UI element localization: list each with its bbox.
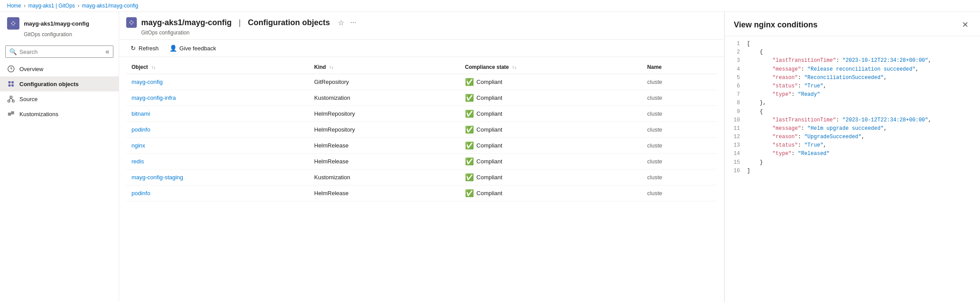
line-number: 13 xyxy=(725,141,747,150)
refresh-label: Refresh xyxy=(139,45,159,52)
line-number: 14 xyxy=(725,150,747,158)
sidebar-item-kustomizations[interactable]: Kustomizations xyxy=(0,106,119,121)
code-line: 3 "lastTransitionTime": "2023-10-12T22:3… xyxy=(725,57,980,65)
sort-icon-kind: ↑↓ xyxy=(329,65,334,70)
sidebar-item-overview[interactable]: Overview xyxy=(0,61,119,76)
page-subtitle: GitOps configuration xyxy=(126,30,717,36)
svg-point-9 xyxy=(10,96,12,98)
namespace-cell: cluste xyxy=(642,154,717,170)
column-kind[interactable]: Kind ↑↓ xyxy=(309,60,460,74)
column-compliance[interactable]: Compliance state ↑↓ xyxy=(460,60,642,74)
compliance-cell: ✅ Compliant xyxy=(460,185,642,201)
breadcrumb: Home › mayg-aks1 | GitOps › mayg-aks1/ma… xyxy=(0,0,980,12)
breadcrumb-home[interactable]: Home xyxy=(7,3,21,9)
namespace-cell: cluste xyxy=(642,170,717,185)
favorite-icon[interactable]: ☆ xyxy=(338,19,344,27)
refresh-icon: ↻ xyxy=(131,45,136,52)
source-icon xyxy=(7,95,15,103)
sidebar-item-configuration-objects[interactable]: Configuration objects xyxy=(0,76,119,91)
object-link-0[interactable]: mayg-config xyxy=(131,79,163,85)
column-object[interactable]: Object ↑↓ xyxy=(126,60,309,74)
namespace-cell: cluste xyxy=(642,185,717,201)
compliance-cell: ✅ Compliant xyxy=(460,154,642,170)
kind-cell: GitRepository xyxy=(309,74,460,90)
code-line: 11 "message": "Helm upgrade succeeded", xyxy=(725,125,980,133)
svg-rect-8 xyxy=(11,84,14,87)
gitops-icon xyxy=(7,17,19,30)
namespace-cell: cluste xyxy=(642,122,717,138)
check-icon: ✅ xyxy=(465,189,474,197)
code-line: 12 "reason": "UpgradeSucceeded", xyxy=(725,133,980,141)
object-link-4[interactable]: nginx xyxy=(131,142,145,149)
line-number: 7 xyxy=(725,91,747,99)
code-line: 15 } xyxy=(725,159,980,167)
svg-point-10 xyxy=(8,100,10,102)
feedback-button[interactable]: 👤 Give feedback xyxy=(165,42,221,54)
refresh-button[interactable]: ↻ Refresh xyxy=(126,42,163,54)
namespace-cell: cluste xyxy=(642,138,717,154)
sidebar-item-source[interactable]: Source xyxy=(0,91,119,106)
line-number: 8 xyxy=(725,99,747,107)
code-line: 4 "message": "Release reconciliation suc… xyxy=(725,65,980,74)
object-link-3[interactable]: podinfo xyxy=(131,126,150,133)
kind-cell: HelmRelease xyxy=(309,154,460,170)
search-input[interactable] xyxy=(19,49,103,55)
line-content: "message": "Release reconciliation succe… xyxy=(747,65,980,74)
kind-cell: Kustomization xyxy=(309,90,460,106)
kind-cell: Kustomization xyxy=(309,170,460,185)
line-content: "status": "True", xyxy=(747,82,980,91)
check-icon: ✅ xyxy=(465,125,474,134)
sidebar-item-overview-label: Overview xyxy=(19,66,43,72)
compliance-cell: ✅ Compliant xyxy=(460,138,642,154)
check-icon: ✅ xyxy=(465,94,474,102)
object-link-5[interactable]: redis xyxy=(131,158,144,165)
compliance-cell: ✅ Compliant xyxy=(460,106,642,122)
line-content: "reason": "UpgradeSucceeded", xyxy=(747,133,980,141)
code-line: 6 "status": "True", xyxy=(725,82,980,91)
namespace-cell: cluste xyxy=(642,74,717,90)
collapse-icon[interactable]: « xyxy=(105,48,109,56)
code-line: 7 "type": "Ready" xyxy=(725,91,980,99)
sidebar-resource-type: GitOps configuration xyxy=(7,31,112,38)
kustomizations-icon xyxy=(7,110,15,118)
page-resource-icon xyxy=(126,17,137,28)
line-content: } xyxy=(747,159,980,167)
line-number: 9 xyxy=(725,108,747,116)
code-line: 1[ xyxy=(725,40,980,48)
svg-line-13 xyxy=(11,98,13,100)
object-link-1[interactable]: mayg-config-infra xyxy=(131,94,176,101)
breadcrumb-cluster[interactable]: mayg-aks1 | GitOps xyxy=(28,3,75,9)
line-number: 12 xyxy=(725,133,747,141)
breadcrumb-config[interactable]: mayg-aks1/mayg-config xyxy=(82,3,138,9)
line-number: 11 xyxy=(725,125,747,133)
svg-point-1 xyxy=(12,22,15,25)
line-content: "lastTransitionTime": "2023-10-12T22:34:… xyxy=(747,57,980,65)
compliance-cell: ✅ Compliant xyxy=(460,74,642,90)
line-content: "message": "Helm upgrade succeeded", xyxy=(747,125,980,133)
feedback-icon: 👤 xyxy=(169,45,177,52)
sort-icon-object: ↑↓ xyxy=(151,65,156,70)
table-row: mayg-config-infra Kustomization ✅ Compli… xyxy=(126,90,717,106)
code-line: 2 { xyxy=(725,48,980,57)
kind-cell: HelmRelease xyxy=(309,185,460,201)
feedback-label: Give feedback xyxy=(180,45,216,52)
search-icon: 🔍 xyxy=(9,48,17,55)
more-icon[interactable]: ··· xyxy=(350,19,356,26)
svg-rect-7 xyxy=(8,84,11,87)
svg-rect-14 xyxy=(8,113,11,116)
line-content: "reason": "ReconciliationSucceeded", xyxy=(747,74,980,82)
svg-point-17 xyxy=(130,21,133,24)
sidebar-item-kustomizations-label: Kustomizations xyxy=(19,111,58,117)
code-line: 16] xyxy=(725,167,980,175)
object-link-2[interactable]: bitnami xyxy=(131,110,150,117)
table-row: bitnami HelmRepository ✅ Compliant clust… xyxy=(126,106,717,122)
table-row: nginx HelmRelease ✅ Compliant cluste xyxy=(126,138,717,154)
close-panel-button[interactable]: ✕ xyxy=(959,19,971,30)
check-icon: ✅ xyxy=(465,109,474,118)
object-link-7[interactable]: podinfo xyxy=(131,190,150,196)
check-icon: ✅ xyxy=(465,78,474,86)
check-icon: ✅ xyxy=(465,141,474,150)
line-number: 15 xyxy=(725,159,747,167)
line-number: 2 xyxy=(725,48,747,57)
object-link-6[interactable]: mayg-config-staging xyxy=(131,174,183,181)
